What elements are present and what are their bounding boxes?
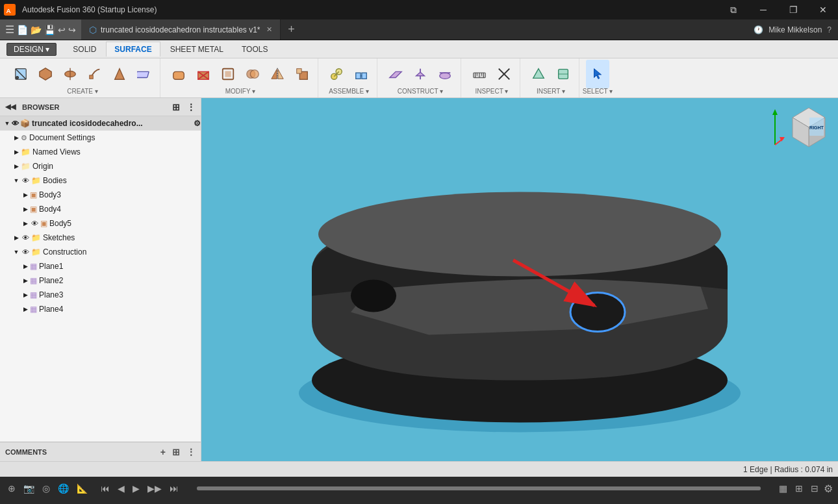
timeline-play-btn[interactable]: ▶ (130, 482, 142, 495)
tab-surface[interactable]: SURFACE (106, 42, 160, 57)
construct3-btn[interactable] (433, 60, 457, 88)
loft-btn[interactable] (108, 60, 131, 88)
toolbar-icon-redo[interactable]: ↪ (68, 25, 76, 35)
btm-grid2-icon[interactable]: ⊟ (808, 482, 821, 495)
plane2-arrow[interactable]: ▶ (21, 277, 30, 284)
root-visibility-eye[interactable]: 👁 (12, 120, 19, 127)
timeline-prev-btn[interactable]: ◀ (115, 482, 127, 495)
measure-btn[interactable] (468, 60, 491, 88)
fillet-btn[interactable] (167, 60, 190, 88)
viewcube[interactable]: RIGHT (786, 105, 832, 150)
design-dropdown[interactable]: DESIGN ▾ (6, 43, 57, 56)
body5-arrow[interactable]: ▶ (21, 220, 30, 227)
plane3-arrow[interactable]: ▶ (21, 292, 30, 298)
comments-bar[interactable]: COMMENTS + ⊞ ⋮ (0, 442, 201, 461)
body5-visibility-eye[interactable]: 👁 (30, 220, 39, 227)
tab-sheet-metal[interactable]: SHEET METAL (162, 42, 232, 57)
tab-solid[interactable]: SOLID (64, 42, 105, 57)
comments-expand-icon[interactable]: ⊞ (172, 447, 180, 457)
body4-arrow[interactable]: ▶ (21, 206, 30, 212)
browser-item-plane4[interactable]: ▶ ▦ Plane4 (0, 302, 201, 316)
construction-visibility-eye[interactable]: 👁 (21, 248, 30, 256)
joint-btn[interactable] (325, 60, 348, 88)
construct2-btn[interactable] (409, 60, 432, 88)
origin-arrow[interactable]: ▶ (12, 163, 21, 170)
delete-btn[interactable] (192, 60, 215, 88)
create-sketch-btn[interactable] (9, 60, 32, 88)
browser-item-body5[interactable]: ▶ 👁 ▣ Body5 (0, 216, 201, 231)
bodies-arrow[interactable]: ▼ (12, 177, 21, 184)
mirror-btn[interactable] (266, 60, 289, 88)
extrude-btn[interactable] (34, 60, 57, 88)
browser-expand-btn[interactable]: ⊞ (172, 102, 180, 112)
btm-env-icon[interactable]: 🌐 (55, 482, 71, 495)
toolbar-icon-hamburger[interactable]: ☰ (5, 23, 14, 36)
scale-btn[interactable] (290, 60, 314, 88)
tab-close-btn[interactable]: ✕ (266, 25, 272, 34)
insert2-btn[interactable] (552, 60, 575, 88)
interference-btn[interactable] (492, 60, 516, 88)
sweep-btn[interactable] (83, 60, 107, 88)
sketches-visibility-eye[interactable]: 👁 (21, 234, 30, 242)
revolve-btn[interactable] (58, 60, 82, 88)
toolbar-icon-new[interactable]: 📄 (17, 25, 28, 35)
plane4-arrow[interactable]: ▶ (21, 306, 30, 312)
timeline-first-btn[interactable]: ⏮ (98, 482, 112, 495)
doc-settings-arrow[interactable]: ▶ (12, 134, 21, 141)
combine-btn[interactable] (241, 60, 264, 88)
toolbar-icon-undo[interactable]: ↩ (58, 25, 66, 35)
minimize-btn[interactable]: ─ (748, 0, 778, 19)
sketches-arrow[interactable]: ▶ (12, 234, 21, 241)
browser-item-body3[interactable]: ▶ ▣ Body3 (0, 188, 201, 202)
assemble2-btn[interactable] (349, 60, 373, 88)
root-options-icon[interactable]: ⚙ (194, 119, 201, 128)
active-tab[interactable]: ⬡ truncated icosidodecahedron instructab… (81, 19, 281, 40)
toolbar-icon-open[interactable]: 📂 (31, 25, 42, 35)
timeline-last-btn[interactable]: ⏭ (167, 482, 181, 495)
construct1-btn[interactable] (384, 60, 407, 88)
browser-item-body4[interactable]: ▶ ▣ Body4 (0, 202, 201, 216)
tab-tools[interactable]: TOOLS (233, 42, 276, 57)
timeline-settings-btn[interactable]: ⚙ (824, 483, 833, 495)
comments-options-icon[interactable]: ⋮ (186, 447, 196, 457)
timeline-next-btn[interactable]: ▶▶ (145, 482, 164, 495)
restore-btn[interactable]: ⧉ (718, 0, 748, 19)
viewport[interactable]: RIGHT (201, 98, 838, 461)
browser-item-origin[interactable]: ▶ 📁 Origin (0, 159, 201, 173)
btm-display-mode[interactable]: ▦ (776, 482, 790, 495)
btm-grid-icon[interactable]: ⊞ (793, 482, 806, 495)
new-tab-btn[interactable]: + (281, 19, 301, 40)
btm-camera-icon[interactable]: 📷 (21, 482, 37, 495)
browser-item-named-views[interactable]: ▶ 📁 Named Views (0, 145, 201, 159)
plane-btn[interactable] (133, 60, 156, 88)
construction-arrow[interactable]: ▼ (12, 249, 21, 255)
browser-item-bodies[interactable]: ▼ 👁 📁 Bodies (0, 173, 201, 188)
browser-item-plane2[interactable]: ▶ ▦ Plane2 (0, 273, 201, 288)
btm-snap-icon[interactable]: ⊕ (5, 482, 18, 495)
browser-item-plane3[interactable]: ▶ ▦ Plane3 (0, 288, 201, 302)
close-btn[interactable]: ✕ (808, 0, 838, 19)
btm-measure-icon[interactable]: 📐 (74, 482, 90, 495)
notification-icon[interactable]: 🕐 (754, 25, 763, 34)
browser-collapse-left[interactable]: ◀◀ (5, 103, 16, 111)
bodies-visibility-eye[interactable]: 👁 (21, 177, 30, 184)
root-expand-arrow[interactable]: ▼ (3, 120, 12, 127)
browser-item-doc-settings[interactable]: ▶ ⚙ Document Settings (0, 131, 201, 145)
timeline-track[interactable] (197, 486, 761, 490)
insert1-btn[interactable] (527, 60, 550, 88)
browser-root-node[interactable]: ▼ 👁 📦 truncated icosidodecahedro... ⚙ (0, 116, 201, 131)
shell-btn[interactable] (216, 60, 240, 88)
browser-item-plane1[interactable]: ▶ ▦ Plane1 (0, 259, 201, 273)
named-views-arrow[interactable]: ▶ (12, 149, 21, 155)
comments-add-icon[interactable]: + (160, 447, 166, 457)
body3-arrow[interactable]: ▶ (21, 192, 30, 198)
help-btn[interactable]: ? (827, 25, 832, 34)
plane1-arrow[interactable]: ▶ (21, 263, 30, 270)
toolbar-icon-save[interactable]: 💾 (44, 25, 55, 35)
browser-item-sketches[interactable]: ▶ 👁 📁 Sketches (0, 231, 201, 245)
maximize-btn[interactable]: ❐ (778, 0, 808, 19)
btm-appearance-icon[interactable]: ◎ (40, 482, 53, 495)
browser-item-construction[interactable]: ▼ 👁 📁 Construction (0, 245, 201, 259)
select-btn[interactable] (586, 60, 609, 88)
browser-options-btn[interactable]: ⋮ (186, 102, 196, 112)
